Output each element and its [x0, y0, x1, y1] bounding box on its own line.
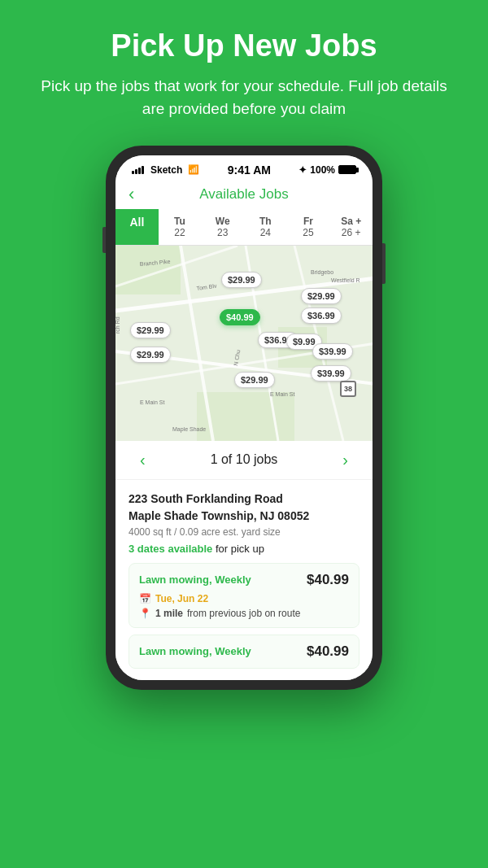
- header-section: Pick Up New Jobs Pick up the jobs that w…: [0, 0, 488, 137]
- job-count-text: 1 of 10 jobs: [211, 452, 278, 467]
- tab-all-label: All: [129, 216, 144, 229]
- service-row-2[interactable]: Lawn mowing, Weekly $40.99: [129, 635, 359, 669]
- svg-text:rch Rd: rch Rd: [115, 316, 120, 334]
- status-bar: Sketch 📶 9:41 AM ✦ 100%: [115, 155, 373, 181]
- service-name-2: Lawn mowing, Weekly: [139, 645, 251, 657]
- prev-job-button[interactable]: ‹: [140, 451, 146, 469]
- price-pin-3[interactable]: $36.99: [301, 308, 342, 324]
- next-job-button[interactable]: ›: [342, 451, 348, 469]
- price-pin-8[interactable]: $39.99: [312, 343, 353, 360]
- dates-rest: for pick up: [212, 543, 264, 555]
- price-pin-1[interactable]: $29.99: [221, 272, 262, 288]
- wifi-icon: 📶: [188, 164, 199, 175]
- location-icon: 📍: [139, 608, 151, 619]
- service-row-1[interactable]: Lawn mowing, Weekly $40.99 📅 Tue, Jun 22…: [129, 563, 359, 628]
- phone-screen: Sketch 📶 9:41 AM ✦ 100% ‹ Available Jobs: [115, 155, 373, 680]
- price-pin-2[interactable]: $29.99: [301, 288, 342, 304]
- job-dates-available: 3 dates available for pick up: [129, 543, 359, 555]
- svg-rect-1: [115, 246, 181, 294]
- header-subtitle: Pick up the jobs that work for your sche…: [33, 75, 455, 121]
- tab-th-num: 24: [247, 227, 284, 238]
- page-title: Pick Up New Jobs: [33, 29, 455, 63]
- tab-we-day: We: [204, 216, 241, 227]
- service-price-2: $40.99: [307, 643, 349, 660]
- tab-tu-num: 22: [162, 227, 198, 238]
- job-card: 223 South Forklanding Road Maple Shade T…: [115, 480, 373, 680]
- carrier-label: Sketch: [150, 164, 182, 176]
- calendar-icon: 📅: [139, 593, 151, 604]
- tab-th[interactable]: Th 24: [244, 209, 287, 245]
- job-yard-details: 4000 sq ft / 0.09 acre est. yard size: [129, 526, 359, 538]
- tab-sa-num: 26 +: [333, 227, 369, 238]
- price-pin-7[interactable]: $29.99: [130, 347, 171, 363]
- tab-tu[interactable]: Tu 22: [159, 209, 202, 245]
- service-name-1: Lawn mowing, Weekly: [139, 574, 251, 586]
- bluetooth-icon: ✦: [298, 164, 307, 176]
- day-tabs: All Tu 22 We 23 Th 24 Fr 25: [115, 209, 373, 246]
- price-pin-9[interactable]: $29.99: [234, 372, 275, 388]
- service-route-1: 📍 1 mile from previous job on route: [139, 608, 349, 619]
- tab-fr-num: 25: [290, 227, 327, 238]
- job-navigation: ‹ 1 of 10 jobs ›: [115, 441, 373, 480]
- job-address-line1: 223 South Forklanding Road: [129, 491, 359, 508]
- service-top-2: Lawn mowing, Weekly $40.99: [139, 643, 349, 660]
- tab-all[interactable]: All: [115, 209, 159, 245]
- svg-text:Maple Shade: Maple Shade: [172, 426, 206, 433]
- phone-frame: Sketch 📶 9:41 AM ✦ 100% ‹ Available Jobs: [106, 146, 382, 690]
- tab-sa[interactable]: Sa + 26 +: [329, 209, 373, 245]
- service-date-1: 📅 Tue, Jun 22: [139, 593, 349, 604]
- tab-sa-day: Sa +: [333, 216, 369, 227]
- price-pin-10[interactable]: $39.99: [311, 365, 351, 382]
- svg-text:E Main St: E Main St: [270, 391, 294, 397]
- route-distance: 1 mile: [155, 608, 183, 619]
- svg-text:Bridgebo: Bridgebo: [311, 269, 333, 276]
- battery-label: 100%: [310, 164, 335, 176]
- service-price-1: $40.99: [307, 572, 349, 588]
- price-pin-active[interactable]: $40.99: [220, 309, 260, 325]
- service-top-1: Lawn mowing, Weekly $40.99: [139, 572, 349, 588]
- job-address-line2: Maple Shade Township, NJ 08052: [129, 508, 359, 525]
- status-left: Sketch 📶: [132, 164, 199, 176]
- tab-we-num: 23: [204, 227, 241, 238]
- nav-bar: ‹ Available Jobs: [115, 181, 373, 209]
- status-right: ✦ 100%: [298, 164, 356, 176]
- tab-fr-day: Fr: [290, 216, 327, 227]
- svg-text:Westfield R: Westfield R: [331, 277, 360, 283]
- dates-highlight: 3 dates available: [129, 543, 212, 555]
- tab-th-day: Th: [247, 216, 284, 227]
- route-suffix: from previous job on route: [187, 608, 300, 619]
- tab-fr[interactable]: Fr 25: [287, 209, 330, 245]
- map-marker: 38: [340, 381, 356, 397]
- signal-bars-icon: [132, 166, 144, 174]
- screen-title: Available Jobs: [199, 186, 288, 203]
- svg-text:E Main St: E Main St: [140, 399, 164, 405]
- tab-tu-day: Tu: [162, 216, 198, 227]
- phone-wrapper: Sketch 📶 9:41 AM ✦ 100% ‹ Available Jobs: [106, 146, 382, 690]
- status-time: 9:41 AM: [228, 164, 271, 177]
- back-button[interactable]: ‹: [129, 184, 134, 205]
- battery-icon: [338, 165, 356, 174]
- map-area[interactable]: Branch Pike Tom Blv Bridgebo rch Rd E Ma…: [115, 246, 373, 441]
- service-date-label-1: Tue, Jun 22: [155, 593, 208, 604]
- price-pin-6[interactable]: $29.99: [130, 322, 171, 338]
- tab-we[interactable]: We 23: [201, 209, 244, 245]
